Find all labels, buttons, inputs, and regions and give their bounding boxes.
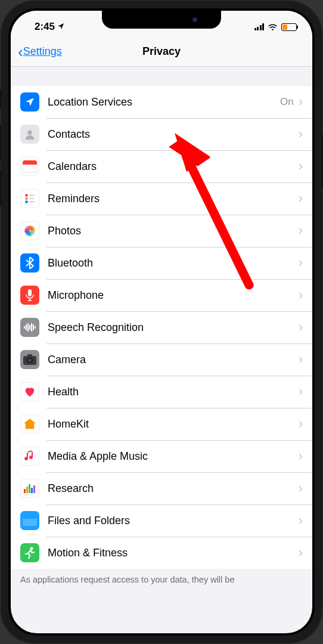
svg-rect-24 <box>33 324 34 330</box>
row-label: Contacts <box>48 128 299 141</box>
svg-point-14 <box>30 227 35 231</box>
row-label: Health <box>48 386 299 398</box>
row-label: Research <box>48 482 299 495</box>
svg-rect-18 <box>28 289 32 296</box>
speech-icon <box>20 318 39 337</box>
row-location-services[interactable]: Location ServicesOn› <box>11 86 312 118</box>
cellular-signal-icon <box>254 23 265 30</box>
contacts-icon <box>20 125 39 144</box>
row-label: Media & Apple Music <box>48 450 299 463</box>
location-indicator-icon <box>57 23 64 31</box>
row-label: Photos <box>48 225 299 237</box>
svg-rect-25 <box>35 326 36 329</box>
calendar-icon <box>20 157 39 176</box>
volume-down-button <box>0 170 1 206</box>
chevron-right-icon: › <box>299 223 303 239</box>
chevron-right-icon: › <box>299 513 303 528</box>
notch <box>102 11 221 29</box>
page-title: Privacy <box>142 45 181 58</box>
chevron-right-icon: › <box>299 255 303 271</box>
wifi-icon <box>268 23 278 31</box>
location-arrow-icon <box>20 92 39 112</box>
privacy-list: Location ServicesOn›Contacts›Calendars›R… <box>11 86 312 569</box>
svg-rect-19 <box>24 326 25 329</box>
svg-rect-23 <box>31 323 32 332</box>
screen: 2:45 ‹ Settings Privacy <box>11 11 312 633</box>
music-icon <box>20 447 39 466</box>
row-research[interactable]: Research› <box>11 472 312 504</box>
mute-switch <box>0 89 1 109</box>
row-speech-recognition[interactable]: Speech Recognition› <box>11 311 312 343</box>
chevron-right-icon: › <box>299 448 303 464</box>
row-calendars[interactable]: Calendars› <box>11 150 312 182</box>
section-spacer <box>11 67 312 86</box>
row-media-apple-music[interactable]: Media & Apple Music› <box>11 440 312 472</box>
homekit-icon <box>20 414 39 434</box>
camera-icon <box>20 350 39 369</box>
back-label: Settings <box>23 45 62 58</box>
row-camera[interactable]: Camera› <box>11 343 312 376</box>
chevron-right-icon: › <box>299 191 303 206</box>
row-label: Files and Folders <box>48 515 299 527</box>
svg-point-15 <box>26 227 30 231</box>
row-label: Camera <box>48 354 299 366</box>
svg-rect-32 <box>29 484 30 493</box>
row-health[interactable]: Health› <box>11 376 312 408</box>
row-label: Microphone <box>48 289 299 302</box>
photos-icon <box>20 221 39 240</box>
chevron-right-icon: › <box>299 352 303 367</box>
battery-icon <box>281 23 297 31</box>
health-icon <box>20 382 39 401</box>
svg-point-29 <box>28 358 32 362</box>
svg-point-0 <box>27 131 32 135</box>
row-files-and-folders[interactable]: Files and Folders› <box>11 504 312 537</box>
chevron-right-icon: › <box>299 481 303 496</box>
svg-rect-22 <box>29 325 30 330</box>
svg-point-35 <box>30 547 33 550</box>
row-microphone[interactable]: Microphone› <box>11 279 312 311</box>
svg-point-16 <box>30 231 35 236</box>
phone-frame: 2:45 ‹ Settings Privacy <box>0 0 323 644</box>
motion-icon <box>20 543 39 562</box>
chevron-right-icon: › <box>299 416 303 432</box>
nav-bar: ‹ Settings Privacy <box>11 37 312 67</box>
chevron-right-icon: › <box>299 545 303 561</box>
back-button[interactable]: ‹ Settings <box>18 44 62 60</box>
svg-rect-3 <box>23 163 37 165</box>
svg-rect-33 <box>31 488 33 493</box>
svg-rect-31 <box>26 487 28 493</box>
reminders-icon <box>20 189 39 208</box>
row-homekit[interactable]: HomeKit› <box>11 408 312 440</box>
row-label: Calendars <box>48 160 299 173</box>
chevron-right-icon: › <box>299 320 303 335</box>
row-motion-fitness[interactable]: Motion & Fitness› <box>11 537 312 569</box>
svg-point-6 <box>25 200 28 203</box>
row-bluetooth[interactable]: Bluetooth› <box>11 247 312 279</box>
chevron-right-icon: › <box>299 159 303 174</box>
row-label: Motion & Fitness <box>48 547 299 559</box>
chevron-right-icon: › <box>299 287 303 303</box>
svg-rect-30 <box>24 489 26 493</box>
row-reminders[interactable]: Reminders› <box>11 182 312 215</box>
row-label: Location Services <box>48 96 280 109</box>
status-time: 2:45 <box>35 21 64 33</box>
volume-up-button <box>0 125 1 161</box>
svg-rect-21 <box>27 323 29 332</box>
section-footer: As applications request access to your d… <box>11 569 312 590</box>
svg-rect-20 <box>26 324 27 330</box>
row-label: HomeKit <box>48 418 299 431</box>
microphone-icon <box>20 286 39 305</box>
row-label: Bluetooth <box>48 257 299 270</box>
svg-rect-27 <box>27 354 32 357</box>
svg-point-4 <box>25 194 28 197</box>
svg-rect-34 <box>33 485 35 493</box>
bluetooth-icon <box>20 253 39 273</box>
chevron-right-icon: › <box>299 94 303 110</box>
row-photos[interactable]: Photos› <box>11 215 312 247</box>
row-label: Reminders <box>48 193 299 205</box>
folder-icon <box>20 511 39 530</box>
svg-point-17 <box>26 231 30 236</box>
chevron-left-icon: ‹ <box>18 44 23 60</box>
row-contacts[interactable]: Contacts› <box>11 118 312 150</box>
chevron-right-icon: › <box>299 384 303 400</box>
